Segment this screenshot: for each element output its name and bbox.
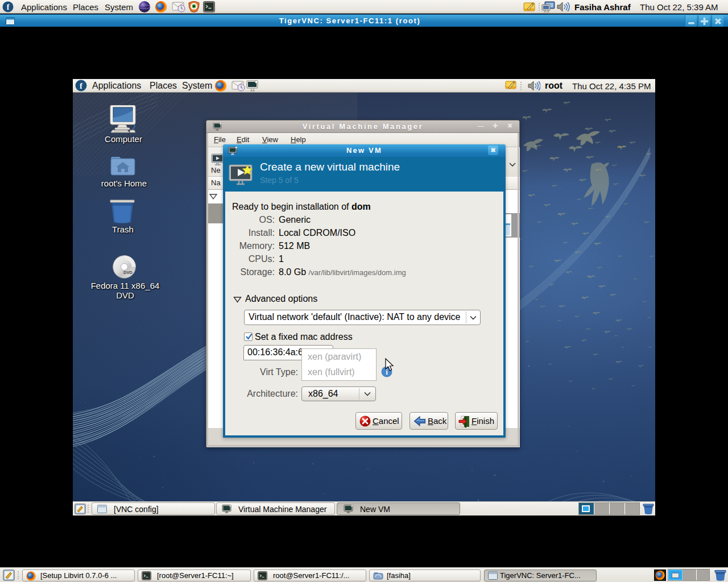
svg-text:f: f — [7, 3, 10, 11]
svg-text:DVD: DVD — [123, 270, 133, 275]
